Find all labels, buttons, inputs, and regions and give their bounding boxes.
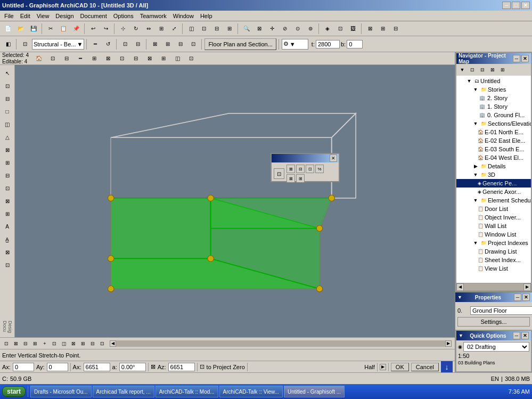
- tb-btn16[interactable]: ⊞: [377, 23, 389, 35]
- navigator-tree[interactable]: ▼ 🗂 Untitled ▼ 📁 Stories: [456, 76, 531, 283]
- undo-btn[interactable]: ↩: [87, 23, 99, 35]
- float-tool-3[interactable]: ⊟: [296, 165, 305, 173]
- maximize-button[interactable]: □: [512, 2, 520, 9]
- confirm-icon[interactable]: ↓: [441, 361, 453, 373]
- taskbar-item-archicad-talk3[interactable]: ArchiCAD-Talk :: View...: [219, 386, 283, 397]
- nav-scroll-left[interactable]: ◀: [456, 283, 464, 291]
- tree-item-sections[interactable]: ▼ 📁 Sections/Elevatio...: [456, 119, 531, 128]
- menu-help[interactable]: Help: [197, 12, 216, 20]
- coord-btn10[interactable]: ⊟: [88, 339, 97, 348]
- tree-item-e01[interactable]: 🏠 E-01 North E...: [456, 128, 531, 136]
- nav-scroll-right[interactable]: ▶: [523, 283, 531, 291]
- tree-item-obj-inver[interactable]: 📋 Object Inver...: [456, 213, 531, 222]
- tree-item-e02[interactable]: 🏠 E-02 East Ele...: [456, 136, 531, 145]
- coord-btn7[interactable]: ◫: [60, 339, 68, 348]
- copy-btn[interactable]: 📋: [58, 23, 69, 35]
- view-dropdown[interactable]: Structural - Be... ▼: [32, 39, 84, 50]
- redo-btn[interactable]: ↪: [100, 23, 112, 35]
- tool-14[interactable]: ⊠: [2, 246, 13, 258]
- 3d-viewport[interactable]: ✕ ⊡ ⊠ ⊟ ⊡ % ⊠ ⊞: [15, 65, 455, 337]
- render-btn[interactable]: 🖼: [347, 23, 359, 35]
- coord-btn3[interactable]: ⊟: [21, 339, 30, 348]
- info-icon-2[interactable]: ⊡: [47, 53, 59, 64]
- tree-item-e04[interactable]: 🏠 E-04 West El...: [456, 153, 531, 162]
- prop-minimize-btn[interactable]: ─: [514, 294, 521, 301]
- tb3-btn1[interactable]: ⊟: [61, 53, 72, 64]
- tree-item-sheet-idx[interactable]: 📋 Sheet Index...: [456, 256, 531, 264]
- tb-btn8[interactable]: ⊟: [211, 23, 223, 35]
- tb-btn6[interactable]: ◫: [185, 23, 197, 35]
- tree-item-3d[interactable]: ▼ 📁 3D: [456, 170, 531, 179]
- rx-input[interactable]: [84, 363, 110, 371]
- paste-btn[interactable]: 📌: [70, 23, 82, 35]
- tool-2[interactable]: ⊟: [2, 93, 13, 104]
- nav-scroll-track[interactable]: [464, 283, 523, 291]
- select-btn[interactable]: ⊹: [117, 23, 129, 35]
- tb2-btn4[interactable]: ↺: [102, 38, 114, 50]
- tool-7[interactable]: ⊞: [2, 157, 13, 168]
- tb3-btn2[interactable]: ━: [75, 53, 86, 64]
- cut-btn[interactable]: ✂: [45, 23, 56, 35]
- scroll-right-btn[interactable]: ▶: [445, 340, 452, 347]
- drafting-select[interactable]: 02 Drafting: [463, 342, 529, 352]
- tool-3[interactable]: □: [2, 105, 13, 117]
- pan-btn[interactable]: ✛: [266, 23, 278, 35]
- tb-btn13[interactable]: ◈: [322, 23, 333, 35]
- nav-tb-2[interactable]: ⊡: [468, 65, 477, 75]
- floor-name-input[interactable]: [470, 306, 532, 315]
- menu-design[interactable]: Design: [52, 12, 77, 20]
- ay-input[interactable]: [47, 363, 68, 371]
- tree-item-window-list[interactable]: 📋 Window List: [456, 230, 531, 239]
- tb-btn5[interactable]: ⤢: [168, 23, 180, 35]
- tb2-btn5[interactable]: ⊡: [119, 38, 131, 50]
- coord-btn1[interactable]: ⊡: [2, 339, 11, 348]
- tb-btn11[interactable]: ⊙: [292, 23, 304, 35]
- tb2-btn9[interactable]: ⊟: [175, 38, 186, 50]
- coord-btn2[interactable]: ⊠: [12, 339, 20, 348]
- quick-close-btn[interactable]: ✕: [521, 332, 529, 339]
- tree-item-proj-idx[interactable]: ▼ 📁 Project Indexes: [456, 239, 531, 247]
- tool-select[interactable]: ↖: [2, 67, 13, 79]
- menu-window[interactable]: Window: [170, 12, 197, 20]
- menu-view[interactable]: View: [34, 12, 53, 20]
- tree-item-generic-axo[interactable]: ◈ Generic Axor...: [456, 188, 531, 196]
- tool-8[interactable]: ⊟: [2, 169, 13, 181]
- tool-9[interactable]: ⊡: [2, 182, 13, 194]
- tb-btn12[interactable]: ⊚: [305, 23, 316, 35]
- tool-11[interactable]: ⊞: [2, 208, 13, 219]
- nav-minimize-btn[interactable]: ─: [513, 55, 520, 62]
- tb2-btn8[interactable]: ⊞: [162, 38, 174, 50]
- tb-btn10[interactable]: ⊘: [279, 23, 291, 35]
- tool-12[interactable]: A: [2, 221, 13, 232]
- minimize-button[interactable]: ─: [502, 2, 511, 9]
- tb-btn9[interactable]: ⊞: [224, 23, 235, 35]
- tb2-btn3[interactable]: ━: [89, 38, 101, 50]
- float-dialog-close-btn[interactable]: ✕: [330, 154, 337, 162]
- tb2-btn7[interactable]: ⊠: [149, 38, 161, 50]
- menu-document[interactable]: Document: [77, 12, 110, 20]
- angle-input[interactable]: [168, 363, 195, 371]
- start-button[interactable]: start: [2, 386, 26, 397]
- coord-btn4[interactable]: ⊞: [31, 339, 39, 348]
- tree-item-generic-persp[interactable]: ◈ Generic Pe...: [456, 179, 531, 188]
- tb3-btn10[interactable]: ⊡: [185, 53, 197, 64]
- float-tool-5[interactable]: %: [315, 165, 324, 173]
- float-tool-1[interactable]: ⊡: [274, 168, 284, 179]
- tb3-btn8[interactable]: ⊞: [158, 53, 169, 64]
- coord-btn11[interactable]: ⊡: [98, 339, 107, 348]
- tree-item-untitled[interactable]: ▼ 🗂 Untitled: [456, 77, 531, 85]
- tb2-btn1[interactable]: ◧: [2, 38, 14, 50]
- nav-tb-5[interactable]: ⊞: [498, 65, 508, 75]
- tb3-btn9[interactable]: ◫: [171, 53, 183, 64]
- tree-item-door-list[interactable]: 📋 Door List: [456, 205, 531, 213]
- taskbar-item-archicad-talk1[interactable]: Archicad Talk report, ...: [93, 386, 154, 397]
- float-tool-7[interactable]: ⊞: [296, 174, 305, 183]
- tree-item-elem-sched[interactable]: ▼ 📁 Element Schedule...: [456, 196, 531, 205]
- zoom-in-btn[interactable]: 🔍: [241, 23, 252, 35]
- nav-tb-3[interactable]: ⊟: [478, 65, 487, 75]
- tb-btn7[interactable]: ⊡: [198, 23, 210, 35]
- tool-5[interactable]: △: [2, 131, 13, 143]
- tree-item-e03[interactable]: 🏠 E-03 South E...: [456, 145, 531, 153]
- tree-item-view-list[interactable]: 📋 View List: [456, 264, 531, 273]
- nav-h-scroll[interactable]: ◀ ▶: [456, 283, 531, 290]
